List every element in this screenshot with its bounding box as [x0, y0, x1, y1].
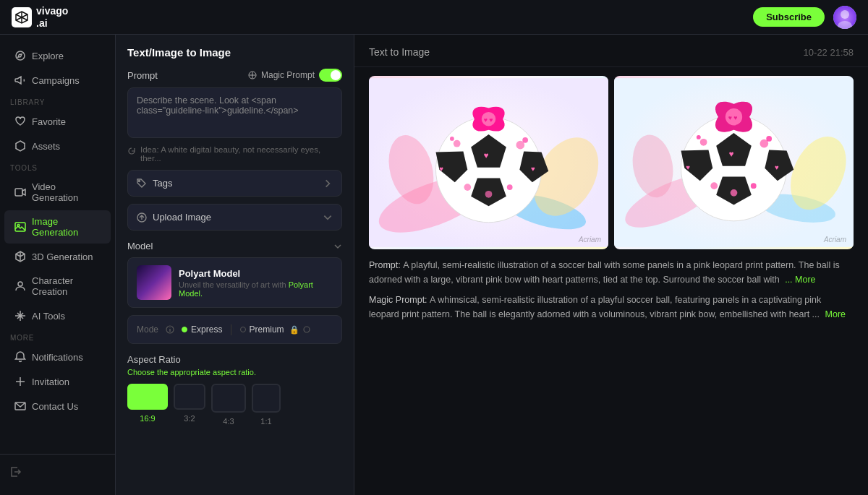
model-thumbnail [137, 265, 171, 300]
model-desc-text: Unveil the versatility of art with [179, 280, 289, 289]
sidebar-item-ai-tools[interactable]: AI Tools [4, 304, 111, 327]
magic-more-link[interactable]: More [825, 309, 846, 319]
soccer-ball-image-2: ♥ ♥ ♥ ♥ ♥ [614, 76, 854, 249]
sidebar-item-notifications[interactable]: Notifications [4, 345, 111, 369]
tags-btn-left: Tags [137, 178, 172, 189]
model-card[interactable]: Polyart Model Unveil the versatility of … [127, 257, 342, 308]
topbar-right: Subscribe [753, 6, 856, 29]
model-chevron-icon [333, 242, 342, 251]
svg-text:♥: ♥ [729, 149, 734, 158]
svg-point-56 [766, 136, 772, 142]
cube-icon [14, 251, 26, 262]
sidebar-item-char-create[interactable]: Character Creation [4, 270, 111, 303]
mode-info-icon [166, 325, 174, 334]
right-panel-timestamp: 10-22 21:58 [804, 47, 854, 58]
sidebar-item-invitation[interactable]: Invitation [4, 370, 111, 393]
sidebar-label-contact: Contact Us [32, 401, 78, 412]
sidebar-item-assets[interactable]: Assets [4, 134, 111, 158]
sidebar-label-char-create: Character Creation [32, 275, 101, 297]
magic-prompt-switch[interactable] [319, 69, 342, 82]
sidebar-label-3d-gen: 3D Generation [32, 251, 93, 262]
mode-row: Mode Express | Premium 🔒 [127, 315, 342, 344]
image-placeholder-2: ♥ ♥ ♥ ♥ ♥ Acriam [614, 76, 854, 249]
idea-row: Idea: A white digital beauty, not necess… [127, 145, 342, 163]
heart-icon [14, 116, 26, 127]
aspect-box-1-1 [252, 384, 281, 413]
generated-image-1[interactable]: ♥ ♥ ♥ ♥ ♥ Acriam [369, 76, 608, 249]
prompt-more-link[interactable]: ... More [785, 275, 815, 285]
image-icon [14, 221, 26, 233]
avatar[interactable] [833, 6, 856, 29]
svg-point-20 [304, 327, 310, 332]
mode-separator: | [229, 323, 232, 336]
prompt-body: A playful, semi-realistic illustration o… [369, 260, 840, 285]
sidebar-item-explore[interactable]: Explore [4, 44, 111, 67]
svg-text:♥: ♥ [775, 163, 779, 171]
sidebar-bottom [0, 454, 115, 486]
aspect-3-2[interactable]: 3:2 [174, 384, 205, 426]
sidebar-label-invitation: Invitation [32, 376, 69, 387]
aspect-16-9[interactable]: 16:9 [127, 384, 168, 426]
aspect-label-4-3: 4:3 [223, 417, 234, 426]
sidebar-item-favorite[interactable]: Favorite [4, 110, 111, 133]
tag-icon [137, 178, 147, 189]
sidebar-label-explore: Explore [32, 51, 64, 61]
model-section-title: Model [127, 241, 153, 251]
lock-icon: 🔒 [289, 325, 299, 335]
bell-icon [14, 351, 26, 363]
express-mode[interactable]: Express [182, 324, 222, 335]
svg-text:♥: ♥ [439, 165, 443, 173]
watermark-1: Acriam [579, 236, 601, 244]
tags-button[interactable]: Tags [127, 170, 342, 197]
svg-point-60 [751, 183, 757, 189]
premium-dot [240, 327, 246, 332]
magic-prompt-toggle[interactable]: Magic Prompt [248, 69, 342, 82]
model-section-header: Model [127, 241, 342, 251]
right-panel-header: Text to Image 10-22 21:58 [354, 35, 868, 67]
logo-icon [12, 7, 32, 27]
svg-text:♥: ♥ [531, 165, 535, 173]
idea-text: Idea: A white digital beauty, not necess… [140, 145, 342, 163]
prompt-textarea[interactable]: Describe the scene. Look at <span class=… [127, 87, 342, 138]
aspect-label-1-1: 1:1 [260, 417, 271, 426]
subscribe-button[interactable]: Subscribe [753, 7, 825, 27]
more-section-label: MORE [0, 328, 115, 345]
library-section-label: LIBRARY [0, 92, 115, 109]
aspect-label-16-9: 16:9 [140, 414, 155, 423]
premium-mode[interactable]: Premium 🔒 [240, 324, 310, 335]
chevron-down-icon [323, 212, 333, 223]
upload-label: Upload Image [153, 212, 211, 223]
sidebar-item-3d-gen[interactable]: 3D Generation [4, 245, 111, 268]
premium-circle-icon [303, 326, 310, 333]
model-section: Model Polyart Model Unveil the versatili… [127, 241, 342, 344]
plus-icon [14, 376, 26, 387]
aspect-4-3[interactable]: 4:3 [211, 384, 246, 426]
hexagon-icon [14, 140, 26, 152]
svg-point-12 [18, 282, 22, 286]
prompt-prefix: Prompt: [369, 260, 403, 270]
sidebar-item-contact[interactable]: Contact Us [4, 395, 111, 418]
upload-image-button[interactable]: Upload Image [127, 204, 342, 231]
svg-point-7 [16, 51, 25, 60]
sidebar-item-campaigns[interactable]: Campaigns [4, 69, 111, 92]
panel-title: Text/Image to Image [127, 46, 342, 59]
sidebar-item-video-gen[interactable]: Video Generation [4, 176, 111, 209]
magic-icon [248, 71, 257, 79]
svg-point-59 [731, 189, 738, 197]
refresh-icon [127, 147, 136, 155]
center-panel: Text/Image to Image Prompt Magic Prompt … [116, 35, 354, 495]
svg-text:♥ ♥: ♥ ♥ [484, 116, 493, 124]
generated-image-2[interactable]: ♥ ♥ ♥ ♥ ♥ Acriam [614, 76, 854, 249]
model-name: Polyart Model [179, 268, 333, 279]
aspect-subtitle: Choose the appropriate aspect ratio. [127, 368, 342, 376]
collapse-button[interactable] [0, 460, 115, 486]
svg-point-5 [841, 10, 849, 19]
aspect-1-1[interactable]: 1:1 [252, 384, 281, 426]
magic-prompt-description: Magic Prompt: A whimsical, semi-realisti… [369, 293, 854, 322]
aspect-box-4-3 [211, 384, 246, 413]
tags-label: Tags [153, 178, 172, 189]
upload-icon [137, 212, 147, 223]
sidebar-item-image-gen[interactable]: Image Generation [4, 210, 111, 244]
svg-point-32 [522, 137, 528, 143]
express-label: Express [191, 324, 222, 335]
